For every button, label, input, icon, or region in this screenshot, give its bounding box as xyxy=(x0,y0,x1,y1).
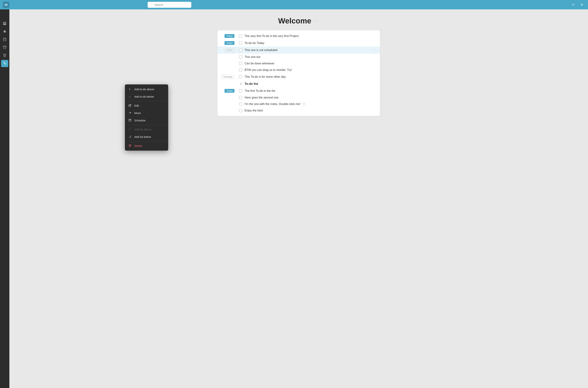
todo-row[interactable]: Here goes the second one ··· xyxy=(217,94,380,101)
edit-icon xyxy=(128,104,132,107)
checkbox-col xyxy=(237,102,244,106)
checkbox[interactable] xyxy=(239,96,242,99)
checkbox-col xyxy=(237,62,244,65)
todo-row[interactable]: Today The first To-do in the list ··· xyxy=(217,87,380,94)
todo-card: Today The very first To-do in the very f… xyxy=(217,30,380,116)
date-badge-someday: Someday xyxy=(221,75,234,79)
checkbox-col xyxy=(237,96,244,99)
date-col: Today xyxy=(217,89,237,93)
todo-text: This one is not scheduled xyxy=(244,48,376,52)
calendar-icon xyxy=(3,38,6,42)
todo-text: BTW you can drag us to reorder. Try! xyxy=(244,68,376,72)
checkbox-col xyxy=(237,48,244,52)
ctx-add-todo-below-label: Add to-do below xyxy=(134,95,154,98)
delete-icon xyxy=(128,144,132,147)
ctx-add-list-above-label: Add list above xyxy=(134,128,151,131)
star-icon xyxy=(3,30,6,34)
todo-options-button[interactable]: ··· xyxy=(372,48,379,52)
menu-button[interactable]: ≡ xyxy=(579,1,585,8)
date-col: Today xyxy=(217,41,237,45)
svg-text:⊥: ⊥ xyxy=(129,96,130,97)
ctx-move[interactable]: Move xyxy=(125,109,168,117)
ctx-edit-label: Edit xyxy=(134,104,139,107)
activity-icon xyxy=(3,61,6,66)
checkbox[interactable] xyxy=(239,75,242,78)
date-col: Someday xyxy=(217,75,237,79)
todo-row[interactable]: I'm the one with the notes. Double-click… xyxy=(217,101,380,107)
content-area: Today The very first To-do in the very f… xyxy=(13,30,584,116)
sidebar-item-trash[interactable] xyxy=(1,52,8,59)
sidebar-item-archive[interactable] xyxy=(1,44,8,51)
ctx-add-todo-above[interactable]: T Add to-do above xyxy=(125,86,168,93)
svg-rect-6 xyxy=(3,46,6,47)
todo-row[interactable]: Can be done whenever ··· xyxy=(217,60,380,67)
page-title: Welcome xyxy=(278,17,311,25)
app-logo[interactable]: m xyxy=(3,1,9,8)
add-button[interactable]: + xyxy=(570,1,576,8)
checkbox[interactable] xyxy=(239,109,242,112)
checkbox-col xyxy=(237,109,244,112)
todo-row[interactable]: Enjoy the lists! ··· xyxy=(217,107,380,114)
date-badge-when: When xyxy=(225,48,234,52)
sidebar-item-activity[interactable] xyxy=(1,60,8,67)
todo-row[interactable]: This one too ··· xyxy=(217,54,380,60)
top-bar-actions: + ≡ xyxy=(570,1,585,8)
checkbox-col xyxy=(237,89,244,93)
svg-rect-2 xyxy=(3,38,6,41)
todo-row[interactable]: Someday This To-do is for some other day… xyxy=(217,73,380,80)
checkbox-col xyxy=(237,34,244,38)
search-input[interactable] xyxy=(148,2,191,8)
ctx-add-list-below-label: Add list below xyxy=(134,135,151,138)
todo-text: Can be done whenever xyxy=(244,62,376,65)
date-badge-today: Today xyxy=(225,41,234,45)
ctx-edit[interactable]: Edit xyxy=(125,102,168,109)
checkbox-col xyxy=(237,75,244,78)
sidebar-item-calendar[interactable] xyxy=(1,36,8,43)
ctx-add-todo-below[interactable]: ⊥ Add to-do below xyxy=(125,93,168,100)
checkbox[interactable] xyxy=(239,48,242,52)
top-bar: m ⚲ + ≡ xyxy=(0,0,588,9)
todo-row-selected[interactable]: When This one is not scheduled ··· xyxy=(217,47,380,54)
checkbox-col xyxy=(237,42,244,45)
ctx-move-label: Move xyxy=(134,111,141,115)
ctx-schedule-label: Schedule xyxy=(134,119,146,122)
ctx-separator xyxy=(125,101,168,101)
todo-text: Here goes the second one xyxy=(244,96,376,99)
svg-rect-20 xyxy=(129,119,131,121)
page-title-menu[interactable]: ··· xyxy=(313,18,319,24)
add-list-above-icon xyxy=(128,128,132,131)
search-wrapper: ⚲ xyxy=(148,2,296,8)
ctx-separator xyxy=(125,125,168,125)
ctx-add-list-below[interactable]: Add list below xyxy=(125,133,168,141)
sidebar-item-starred[interactable] xyxy=(1,28,8,35)
svg-marker-1 xyxy=(3,30,6,33)
checkbox[interactable] xyxy=(239,34,242,38)
date-col: When xyxy=(217,48,237,52)
sidebar-item-inbox[interactable] xyxy=(1,20,8,27)
checkbox[interactable] xyxy=(239,55,242,59)
checkbox[interactable] xyxy=(239,89,242,93)
ctx-add-list-above: Add list above xyxy=(125,126,168,133)
add-todo-below-icon: ⊥ xyxy=(128,95,132,98)
ctx-delete[interactable]: Delete xyxy=(125,142,168,149)
page-title-wrap: Welcome ··· xyxy=(13,17,584,25)
ctx-schedule[interactable]: Schedule xyxy=(125,117,168,124)
date-badge-today: Today xyxy=(225,89,234,93)
trash-icon xyxy=(3,53,6,58)
todo-row[interactable]: Today The very first To-do in the very f… xyxy=(217,32,380,40)
checkbox[interactable] xyxy=(239,62,242,65)
todo-row[interactable]: BTW you can drag us to reorder. Try! ··· xyxy=(217,67,380,73)
sidebar xyxy=(0,9,9,388)
todo-row[interactable]: Today To-do for Today ··· xyxy=(217,40,380,47)
todo-text: This To-do is for some other day xyxy=(244,75,376,78)
checkbox[interactable] xyxy=(239,42,242,45)
checkbox[interactable] xyxy=(239,68,242,72)
todo-list-header-row[interactable]: To-do list ··· xyxy=(217,80,380,87)
todo-text: This one too xyxy=(244,55,376,59)
svg-text:T: T xyxy=(129,88,130,90)
date-col: Today xyxy=(217,34,237,38)
checkbox[interactable] xyxy=(239,102,242,106)
todo-text: The very first To-do in the very first P… xyxy=(244,34,376,38)
list-icon xyxy=(237,82,244,86)
context-menu: T Add to-do above ⊥ Add to-do below xyxy=(125,84,168,151)
